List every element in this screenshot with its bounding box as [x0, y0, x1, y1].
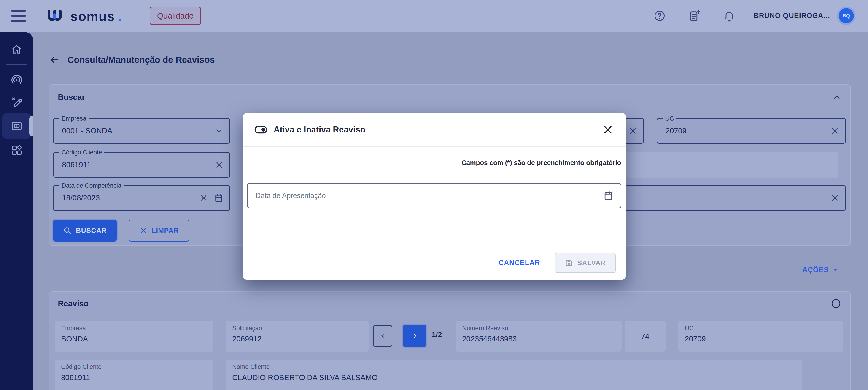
- field-label: Empresa: [61, 325, 207, 332]
- data-competencia-field[interactable]: Data de Competência 18/08/2023: [53, 185, 230, 211]
- app-screen: somus. Qualidade: [0, 0, 868, 390]
- environment-badge: Qualidade: [150, 7, 201, 25]
- search-buttons: BUSCAR LIMPAR: [53, 220, 189, 242]
- buscar-button[interactable]: BUSCAR: [53, 220, 117, 242]
- pagination-next-button[interactable]: [403, 325, 427, 347]
- top-bar: somus. Qualidade: [0, 0, 868, 32]
- sidebar: [0, 32, 33, 390]
- pagination-prev-button[interactable]: [373, 325, 392, 347]
- caret-down-icon: [832, 267, 839, 273]
- uc-label: UC: [663, 114, 676, 123]
- uc-value: 20709: [657, 127, 687, 135]
- calendar-icon[interactable]: [214, 193, 223, 203]
- reaviso-title: Reaviso: [58, 299, 89, 308]
- home-icon: [10, 43, 23, 56]
- clear-x-icon[interactable]: [831, 194, 839, 202]
- sidebar-divider: [6, 64, 27, 65]
- acoes-dropdown[interactable]: AÇÕES: [802, 266, 839, 274]
- codigo-cliente-field[interactable]: Código Cliente 8061911: [53, 152, 230, 177]
- field-value: 2023546443983: [462, 335, 615, 343]
- buscar-label: BUSCAR: [76, 227, 106, 234]
- collapse-chevron-up-icon[interactable]: [832, 92, 842, 102]
- page-title-row: Consulta/Manutenção de Reavisos: [49, 55, 215, 65]
- field-label: Nome Cliente: [232, 363, 796, 370]
- codigo-cliente-value: 8061911: [54, 160, 91, 169]
- data-apresentacao-field: [247, 183, 621, 208]
- logo-text: somus: [70, 10, 115, 23]
- search-panel-header[interactable]: Buscar: [49, 85, 850, 110]
- modal-body: Campos com (*) são de preenchimento obri…: [243, 147, 626, 246]
- modal-header: Ativa e Inativa Reaviso: [243, 113, 626, 147]
- reaviso-field-empresa: Empresa SONDA: [55, 321, 213, 352]
- reaviso-field-74: 74: [625, 321, 666, 352]
- close-icon[interactable]: [602, 124, 613, 135]
- ativa-inativa-reaviso-modal: Ativa e Inativa Reaviso Campos com (*) s…: [243, 113, 626, 280]
- uc-field[interactable]: UC 20709: [657, 118, 846, 144]
- apps-grid-icon: [10, 144, 23, 157]
- info-icon[interactable]: [831, 298, 841, 309]
- field-value: 8061911: [61, 373, 207, 382]
- acoes-label: AÇÕES: [802, 266, 829, 274]
- sidebar-item-radar[interactable]: [2, 68, 31, 90]
- reaviso-field-uc: UC 20709: [678, 321, 843, 352]
- clear-x-icon[interactable]: [831, 127, 839, 135]
- save-floppy-icon: [565, 258, 573, 267]
- calendar-icon[interactable]: [603, 190, 614, 201]
- chevron-right-icon: [411, 332, 418, 340]
- help-icon[interactable]: [653, 10, 666, 22]
- chevron-left-icon: [379, 332, 386, 340]
- edit-pen-icon: [10, 95, 23, 108]
- hamburger-menu-icon[interactable]: [11, 10, 26, 22]
- logo-mark-icon: [46, 9, 67, 23]
- logo-dot: .: [119, 10, 122, 23]
- reaviso-field-nome-cliente: Nome Cliente CLAUDIO ROBERTO DA SILVA BA…: [226, 360, 802, 390]
- somus-logo: somus.: [46, 9, 122, 23]
- sidebar-item-home[interactable]: [2, 38, 31, 60]
- clear-x-icon[interactable]: [215, 160, 223, 169]
- reaviso-field-numero: Número Reaviso 2023546443983: [456, 321, 622, 352]
- field-label: Solicitação: [232, 325, 362, 332]
- active-indicator: [29, 116, 33, 136]
- header-actions: BRUNO QUEIROGA... BQ: [631, 8, 854, 23]
- reaviso-field-codigo-cliente: Código Cliente 8061911: [55, 360, 213, 390]
- sidebar-item-reaviso[interactable]: [2, 113, 31, 139]
- avatar[interactable]: BQ: [839, 8, 854, 23]
- empresa-label: Empresa: [59, 114, 89, 123]
- data-apresentacao-input[interactable]: [247, 183, 621, 208]
- reaviso-header: Reaviso: [49, 292, 850, 309]
- sidebar-item-edit[interactable]: [2, 91, 31, 113]
- clear-x-icon[interactable]: [199, 194, 208, 202]
- chevron-down-icon[interactable]: [214, 126, 223, 135]
- back-arrow-icon[interactable]: [49, 55, 60, 65]
- modal-title: Ativa e Inativa Reaviso: [274, 125, 365, 135]
- page-title: Consulta/Manutenção de Reavisos: [67, 55, 215, 65]
- reaviso-frame-icon: [10, 120, 23, 133]
- field-label: Código Cliente: [61, 363, 207, 370]
- limpar-button[interactable]: LIMPAR: [129, 220, 189, 242]
- radar-icon: [10, 73, 23, 86]
- empresa-select[interactable]: Empresa 0001 - SONDA: [53, 118, 230, 144]
- field-label: Número Reaviso: [462, 325, 615, 332]
- search-panel-title: Buscar: [58, 92, 85, 102]
- cancelar-button[interactable]: CANCELAR: [498, 259, 540, 267]
- reaviso-field-solicitacao: Solicitação 2069912: [226, 321, 369, 352]
- data-competencia-value: 18/08/2023: [54, 194, 100, 202]
- field-value: 74: [641, 332, 650, 341]
- codigo-cliente-label: Código Cliente: [59, 148, 104, 157]
- user-name[interactable]: BRUNO QUEIROGA...: [754, 12, 830, 20]
- field-label: UC: [685, 325, 837, 332]
- clear-x-icon[interactable]: [628, 127, 637, 135]
- modal-footer: CANCELAR SALVAR: [243, 246, 626, 280]
- field-value: CLAUDIO ROBERTO DA SILVA BALSAMO: [232, 373, 796, 382]
- search-icon: [63, 226, 71, 235]
- reaviso-panel: Reaviso Empresa SONDA Solicitação 206991…: [49, 291, 851, 390]
- data-competencia-label: Data de Competência: [59, 181, 124, 190]
- empresa-value: 0001 - SONDA: [54, 127, 112, 135]
- sidebar-item-apps[interactable]: [2, 139, 31, 161]
- field-value: 2069912: [232, 335, 362, 343]
- salvar-button[interactable]: SALVAR: [555, 253, 616, 273]
- notifications-bell-icon[interactable]: [723, 10, 735, 22]
- pagination-indicator: 1/2: [432, 330, 442, 339]
- salvar-label: SALVAR: [578, 259, 606, 267]
- new-note-icon[interactable]: [688, 10, 701, 22]
